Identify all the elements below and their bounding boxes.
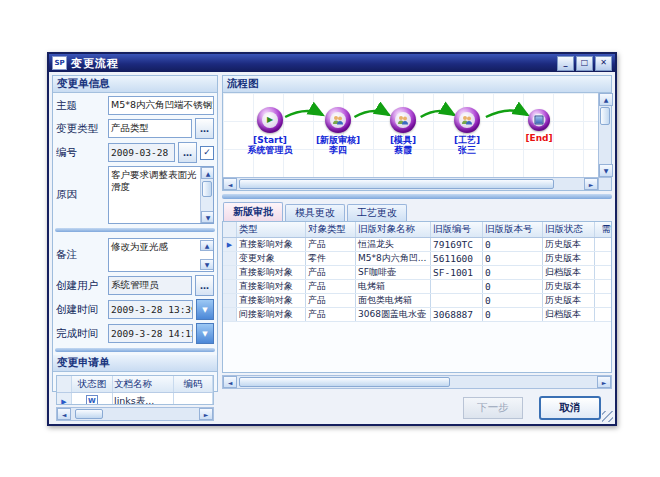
window-title: 变更流程: [71, 56, 119, 71]
spin-down-icon[interactable]: ▼: [200, 259, 214, 270]
subject-label: 主题: [56, 99, 105, 113]
grid-row[interactable]: ▶ 直接影响对象 产品 恒温龙头 79169TC 0 历史版本: [223, 238, 611, 252]
scroll-right-icon[interactable]: ►: [584, 178, 598, 190]
col-doc-name[interactable]: 文档名称: [113, 376, 174, 392]
tab-mold-change[interactable]: 模具更改: [285, 204, 345, 221]
scroll-thumb[interactable]: [600, 107, 610, 125]
info-panel-header: 变更单信息: [53, 76, 217, 93]
scroll-left-icon[interactable]: ◄: [223, 178, 237, 190]
col-need-upgrade[interactable]: 需要升版: [595, 222, 612, 237]
cancel-button[interactable]: 取消: [539, 396, 601, 420]
users-icon: [332, 115, 344, 125]
resize-grip[interactable]: [602, 411, 613, 422]
number-input[interactable]: 2009-03-28 13:39:01: [108, 143, 175, 162]
tab-new-version-approval[interactable]: 新版审批: [223, 202, 283, 221]
remark-spinner: ▲ ▼: [200, 239, 213, 271]
grid-row[interactable]: 直接影响对象 产品 SF咖啡壶 SF-1001 0 归档版本 SF咖...: [223, 266, 611, 280]
mold-node-icon[interactable]: ▶: [390, 107, 416, 133]
node-user: 张三: [429, 145, 505, 155]
col-type[interactable]: 类型: [237, 222, 306, 237]
grid-hscrollbar[interactable]: ◄ ►: [222, 375, 612, 389]
col-old-version[interactable]: 旧版版本号: [483, 222, 543, 237]
number-checkbox[interactable]: ✓: [200, 146, 214, 160]
grid-row[interactable]: 直接影响对象 产品 面包类电烤箱 0 历史版本: [223, 294, 611, 308]
reason-textarea[interactable]: 客户要求调整表面光滑度 ▲ ▼: [108, 166, 214, 224]
workflow-panel: 流程图: [222, 75, 612, 392]
flow-hscrollbar[interactable]: ◄ ►: [223, 178, 598, 190]
flow-chart-header: 流程图: [223, 76, 611, 93]
col-object-type[interactable]: 对象类型: [306, 222, 356, 237]
spin-up-icon[interactable]: ▲: [200, 240, 214, 251]
start-node-icon[interactable]: ▶: [257, 107, 283, 133]
node-label: [Start]: [232, 135, 308, 145]
finish-time-input[interactable]: 2009-3-28 14:12:50: [108, 324, 193, 343]
number-browse-button[interactable]: …: [178, 142, 197, 163]
flow-node-end[interactable]: ▶ [End]: [501, 109, 577, 143]
change-process-window: SP 变更流程 _ □ ✕ 变更单信息 主题 M5*8内六角凹端不锈钢紧固螺钉 …: [47, 52, 617, 426]
creator-browse-button[interactable]: …: [195, 275, 214, 296]
flow-chart-canvas[interactable]: ▶ [Start] 系统管理员: [223, 93, 598, 177]
close-button[interactable]: ✕: [595, 56, 612, 71]
panel-splitter[interactable]: [55, 348, 215, 352]
row-pointer-icon: [223, 294, 237, 307]
end-icon: [535, 116, 544, 125]
window-controls: _ □ ✕: [557, 56, 612, 71]
node-label: [End]: [501, 133, 577, 143]
tab-strip: 新版审批 模具更改 工艺更改: [222, 201, 612, 221]
flow-node-craft[interactable]: ▶ [工艺] 张三: [429, 107, 505, 155]
change-type-input[interactable]: 产品类型: [108, 119, 192, 138]
change-type-browse-button[interactable]: …: [195, 118, 214, 139]
col-old-number[interactable]: 旧版编号: [431, 222, 483, 237]
grid-row[interactable]: 直接影响对象 产品 电烤箱 0 历史版本: [223, 280, 611, 294]
col-status-icon[interactable]: 状态图: [72, 376, 113, 392]
col-extra[interactable]: [213, 376, 214, 392]
remark-textarea[interactable]: 修改为亚光感 ▲ ▼: [108, 238, 214, 272]
finish-time-row: 完成时间 2009-3-28 14:12:50 ▼: [56, 323, 214, 344]
change-type-row: 变更类型 产品类型 …: [56, 118, 214, 139]
approval-grid: 类型 对象类型 旧版对象名称 旧版编号 旧版版本号 旧版状态 需要升版 新版 ▶…: [222, 221, 612, 373]
request-list-header: 变更申请单: [53, 355, 217, 372]
flow-node-start[interactable]: ▶ [Start] 系统管理员: [232, 107, 308, 155]
col-old-name[interactable]: 旧版对象名称: [356, 222, 431, 237]
creator-input[interactable]: 系统管理员: [108, 276, 192, 295]
col-code[interactable]: 编码: [174, 376, 213, 392]
users-icon: [461, 115, 473, 125]
end-node-icon[interactable]: ▶: [528, 109, 550, 131]
scroll-left-icon[interactable]: ◄: [223, 376, 237, 388]
remark-text: 修改为亚光感: [109, 239, 200, 271]
create-time-input[interactable]: 2009-3-28 13:39:01: [108, 300, 193, 319]
scroll-thumb[interactable]: [239, 377, 450, 387]
row-pointer-icon: [223, 280, 237, 293]
horizontal-splitter[interactable]: [222, 194, 612, 199]
node-user: 系统管理员: [232, 145, 308, 155]
scroll-down-icon[interactable]: ▼: [599, 164, 613, 177]
minimize-button[interactable]: _: [557, 56, 574, 71]
finish-time-label: 完成时间: [56, 327, 105, 341]
reason-text: 客户要求调整表面光滑度: [109, 167, 200, 223]
grid-row[interactable]: 间接影响对象 产品 3068圆盖电水壶 3068887 0 归档版本: [223, 308, 611, 322]
scroll-right-icon[interactable]: ►: [597, 376, 611, 388]
scroll-up-icon[interactable]: ▲: [201, 167, 214, 179]
finish-time-dropdown-icon[interactable]: ▼: [196, 323, 214, 344]
grid-row[interactable]: 变更对象 零件 M5*8内六角凹... 5611600 0 历史版本 M5*8.…: [223, 252, 611, 266]
review-node-icon[interactable]: ▶: [325, 107, 351, 133]
reason-scrollbar[interactable]: ▲ ▼: [200, 167, 213, 223]
scroll-thumb[interactable]: [202, 181, 212, 197]
create-time-dropdown-icon[interactable]: ▼: [196, 299, 214, 320]
flow-vscrollbar[interactable]: ▲ ▼: [598, 93, 611, 177]
creator-label: 创建用户: [56, 279, 105, 293]
scroll-up-icon[interactable]: ▲: [599, 93, 613, 106]
scroll-down-icon[interactable]: ▼: [201, 211, 214, 223]
next-button[interactable]: 下一步: [463, 397, 523, 419]
subject-input[interactable]: M5*8内六角凹端不锈钢紧固螺钉: [108, 96, 214, 115]
play-icon: ▶: [267, 116, 273, 124]
panel-splitter[interactable]: [55, 228, 215, 232]
titlebar[interactable]: SP 变更流程 _ □ ✕: [49, 54, 615, 72]
creator-row: 创建用户 系统管理员 …: [56, 275, 214, 296]
craft-node-icon[interactable]: ▶: [454, 107, 480, 133]
maximize-button[interactable]: □: [576, 56, 593, 71]
number-row: 编号 2009-03-28 13:39:01 … ✓: [56, 142, 214, 163]
scroll-thumb[interactable]: [239, 179, 554, 189]
tab-craft-change[interactable]: 工艺更改: [347, 204, 407, 221]
col-old-status[interactable]: 旧版状态: [543, 222, 595, 237]
